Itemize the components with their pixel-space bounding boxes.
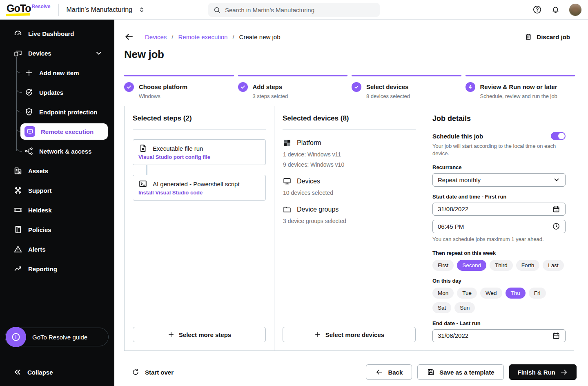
search-input[interactable] [225, 7, 375, 13]
sidebar-item-network-access[interactable]: Network & access [16, 141, 114, 161]
chip-last[interactable]: Last [543, 260, 564, 271]
select-more-devices-button[interactable]: Select more devices [283, 327, 416, 342]
sidebar-item-add-new-item[interactable]: Add new item [16, 63, 114, 83]
network-icon [24, 147, 33, 156]
search-icon [213, 6, 221, 14]
start-date-field [432, 203, 566, 216]
arrow-left-icon [124, 32, 134, 42]
step-subtitle: 8 devices selected [366, 93, 410, 99]
save-as-template-button[interactable]: Save as a template [417, 364, 503, 380]
device-group-groups: Device groups 3 device groups selected [283, 205, 416, 224]
sidebar-item-updates[interactable]: Updates [16, 83, 114, 102]
sidebar-item-label: Live Dashboard [28, 30, 74, 37]
chip-mon[interactable]: Mon [432, 288, 454, 299]
chip-tue[interactable]: Tue [457, 288, 477, 299]
sidebar-item-remote-execution[interactable]: Remote execution [16, 122, 114, 141]
monitor-icon [283, 177, 292, 186]
check-circle-icon [124, 82, 134, 92]
step-progress-bar [352, 75, 461, 76]
discard-job-button[interactable]: Discard job [524, 33, 570, 41]
goto-resolve-logo[interactable]: GoTo Resolve [7, 3, 50, 16]
sidebar-item-support[interactable]: Support [0, 181, 114, 200]
sidebar-item-heldesk[interactable]: Heldesk [0, 200, 114, 220]
org-name: Martin’s Manufacturing [66, 6, 132, 13]
schedule-toggle[interactable] [551, 132, 566, 140]
check-circle-icon [238, 82, 248, 92]
collapse-sidebar-button[interactable]: Collapse [0, 368, 114, 376]
finish-and-run-button[interactable]: Finish & Run [509, 364, 577, 380]
global-search [208, 3, 380, 17]
breadcrumb-current: Create new job [239, 33, 281, 40]
double-chevron-left-icon [13, 368, 22, 376]
ticket-icon [13, 205, 22, 214]
breadcrumb-remote-execution[interactable]: Remote execution [178, 33, 228, 40]
step-card-title: AI generated - Powershell script [153, 181, 240, 187]
sidebar-item-label: Updates [39, 89, 63, 96]
remote-execution-icon [24, 126, 35, 137]
breadcrumb-devices[interactable]: Devices [145, 33, 167, 40]
chip-sun[interactable]: Sun [454, 302, 475, 313]
sidebar-item-live-dashboard[interactable]: Live Dashboard [0, 24, 114, 43]
step-choose-platform[interactable]: Choose platform Windows [124, 75, 234, 99]
plus-icon [24, 68, 33, 77]
sidebar-item-label: Policies [28, 226, 51, 233]
week-chip-group: First Second Third Forth Last [432, 260, 566, 271]
step-title: Choose platform [139, 82, 187, 92]
help-button[interactable] [532, 5, 542, 14]
panel-title: Selected devices (8) [283, 114, 416, 123]
start-date-input[interactable] [438, 205, 552, 212]
calendar-icon[interactable] [552, 205, 560, 213]
sidebar-item-policies[interactable]: Policies [0, 220, 114, 239]
avatar[interactable] [569, 4, 581, 16]
chip-wed[interactable]: Wed [480, 288, 502, 299]
step-subtitle: Schedule, review and run the job [480, 93, 557, 99]
chip-fri[interactable]: Fri [529, 288, 546, 299]
step-card-link[interactable]: Visual Studio port config file [138, 154, 210, 160]
sidebar-item-endpoint-protection[interactable]: Endpoint protection [16, 102, 114, 122]
divider [133, 129, 266, 129]
clock-icon[interactable] [552, 222, 560, 230]
main-content: Devices / Remote execution / Create new … [114, 20, 588, 386]
sort-chevrons-icon [138, 6, 145, 13]
step-add-steps[interactable]: Add steps 3 steps selcted [238, 75, 348, 99]
sidebar-item-label: Remote execution [41, 128, 94, 135]
chip-forth[interactable]: Forth [516, 260, 540, 271]
chip-third[interactable]: Third [490, 260, 513, 271]
warning-triangle-icon [13, 245, 22, 254]
chevron-down-icon[interactable] [95, 49, 103, 57]
select-more-steps-button[interactable]: Select more steps [133, 327, 266, 342]
back-arrow-button[interactable] [124, 32, 134, 42]
collapse-label: Collapse [27, 369, 53, 376]
divider [283, 129, 416, 129]
step-card-link[interactable]: Install Visual Studio code [138, 190, 203, 196]
device-group-devices: Devices 10 devices selected [283, 177, 416, 196]
chip-second[interactable]: Second [457, 260, 486, 271]
info-circle-icon[interactable] [6, 327, 26, 347]
recurrence-select[interactable]: Repeat monthly [432, 173, 566, 187]
chip-first[interactable]: First [432, 260, 454, 271]
start-time-input[interactable] [438, 223, 552, 230]
sidebar-item-alerts[interactable]: Alerts [0, 239, 114, 259]
sidebar-item-reporting[interactable]: Reporting [0, 259, 114, 279]
chip-sat[interactable]: Sat [432, 302, 451, 313]
step-card-executable[interactable]: Executable file run Visual Studio port c… [133, 139, 266, 165]
sidebar-item-label: Heldesk [28, 207, 52, 214]
step-review-run[interactable]: 4 Review & Run now or later Schedule, re… [466, 75, 575, 99]
notifications-button[interactable] [551, 5, 560, 14]
sidebar-item-label: Add new item [39, 69, 79, 76]
step-subtitle: 3 steps selcted [253, 93, 288, 99]
button-label: Start over [145, 369, 174, 376]
calendar-icon[interactable] [552, 332, 560, 340]
start-over-button[interactable]: Start over [131, 368, 174, 376]
back-button[interactable]: Back [366, 364, 412, 380]
button-label: Finish & Run [518, 369, 556, 376]
step-card-powershell[interactable]: AI generated - Powershell script Install… [133, 175, 266, 201]
chip-thu[interactable]: Thu [506, 288, 526, 299]
buildings-icon [13, 166, 22, 175]
end-date-input[interactable] [438, 332, 552, 339]
org-switcher[interactable]: Martin’s Manufacturing [66, 6, 145, 13]
repeat-week-label: Then repeat on this week [432, 250, 566, 256]
step-select-devices[interactable]: Select devices 8 devices selected [352, 75, 461, 99]
check-circle-icon [352, 82, 361, 92]
sidebar-item-assets[interactable]: Assets [0, 161, 114, 181]
